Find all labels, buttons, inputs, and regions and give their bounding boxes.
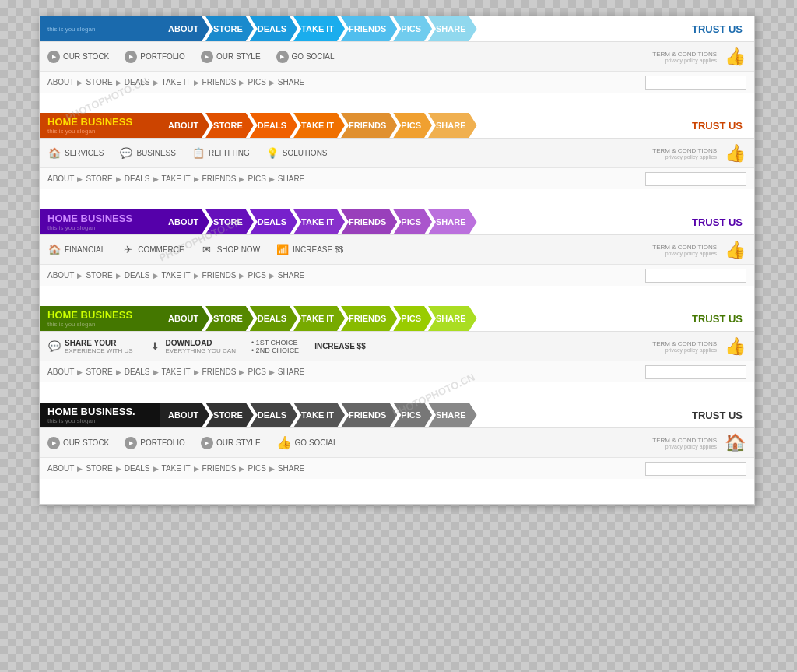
bc-store-3[interactable]: STORE	[86, 271, 112, 280]
nav-pics-1[interactable]: PICS	[393, 16, 432, 41]
sec-item-4-2[interactable]: ⬇ DOWNLOAD everything you can	[149, 339, 236, 354]
bc-deals-4[interactable]: DEALS	[125, 368, 150, 376]
bc-store-1[interactable]: STORE	[86, 78, 112, 86]
sec-item-4-4[interactable]: INCREASE $$	[314, 342, 366, 350]
nav-deals-3[interactable]: DEALS	[250, 209, 297, 234]
sec-item-3-4[interactable]: 📶 INCREASE $$	[276, 243, 343, 257]
bc-pics-5[interactable]: PICS	[248, 464, 265, 473]
sec-item-3-1[interactable]: 🏠 FINANCIAL	[47, 243, 105, 257]
nav-store-1[interactable]: STORE	[205, 16, 254, 41]
bc-about-1[interactable]: ABOUT	[47, 78, 74, 86]
sec-item-3[interactable]: ▶ OUR STYLE	[201, 51, 261, 63]
bc-about-3[interactable]: ABOUT	[47, 271, 74, 280]
sec-item-5-1[interactable]: ▶ OUR STOCK	[47, 437, 109, 449]
bc-share-2[interactable]: SHARE	[278, 174, 304, 183]
bc-about-5[interactable]: ABOUT	[47, 464, 74, 473]
bc-deals-1[interactable]: DEALS	[125, 78, 150, 86]
navbar-section-4: HOME BUSINESS this is you slogan ABOUT S…	[40, 306, 754, 382]
bc-store-2[interactable]: STORE	[86, 174, 112, 183]
sec-item-5-2[interactable]: ▶ PORTFOLIO	[125, 437, 185, 449]
bc-share-3[interactable]: SHARE	[278, 271, 304, 280]
nav-friends-3[interactable]: FRIENDS	[341, 209, 397, 234]
nav-items-3: ABOUT STORE DEALS TAKE IT FRIENDS PICS S…	[160, 209, 680, 234]
nav-deals-1[interactable]: DEALS	[250, 16, 297, 41]
nav-friends-5[interactable]: FRIENDS	[341, 403, 397, 427]
bc-pics-2[interactable]: PICS	[248, 174, 265, 183]
bc-takeit-4[interactable]: TAKE IT	[162, 368, 191, 376]
bc-share-1[interactable]: SHARE	[278, 78, 304, 86]
bc-pics-3[interactable]: PICS	[248, 271, 265, 280]
nav-pics-2[interactable]: PICS	[393, 113, 432, 138]
sec-item-1[interactable]: ▶ OUR STOCK	[47, 51, 109, 63]
nav-store-3[interactable]: STORE	[205, 209, 254, 234]
bc-deals-3[interactable]: DEALS	[125, 271, 150, 280]
nav-share-3[interactable]: SHARE	[428, 209, 477, 234]
nav-share-1[interactable]: SHARE	[428, 16, 477, 41]
sec-item-2[interactable]: ▶ PORTFOLIO	[125, 51, 185, 63]
nav-friends-2[interactable]: FRIENDS	[341, 113, 397, 138]
nav-takeit-4[interactable]: TAKE IT	[293, 306, 345, 331]
sec-item-3-3[interactable]: ✉ SHOP NOW	[200, 243, 260, 257]
breadcrumb-2: ABOUT ▶ STORE ▶ DEALS ▶ TAKE IT ▶ FRIEND…	[40, 167, 754, 189]
search-box-1[interactable]	[645, 76, 746, 90]
nav-about-1[interactable]: ABOUT	[160, 16, 209, 41]
nav-share-2[interactable]: SHARE	[428, 113, 477, 138]
sec-item-5-4[interactable]: 👍 GO SOCIAL	[276, 435, 338, 450]
bc-friends-1[interactable]: FRIENDS	[202, 78, 237, 86]
nav-pics-5[interactable]: PICS	[393, 403, 432, 427]
search-box-3[interactable]	[645, 269, 746, 283]
nav-about-4[interactable]: ABOUT	[160, 306, 209, 331]
nav-deals-5[interactable]: DEALS	[250, 403, 297, 427]
nav-share-5[interactable]: SHARE	[428, 403, 477, 427]
bc-friends-5[interactable]: FRIENDS	[202, 464, 237, 473]
nav-friends-4[interactable]: FRIENDS	[341, 306, 397, 331]
sec-item-2-3[interactable]: 📋 REFITTING	[191, 146, 250, 160]
bc-store-4[interactable]: STORE	[86, 368, 112, 376]
search-box-4[interactable]	[645, 365, 746, 379]
nav-store-4[interactable]: STORE	[205, 306, 254, 331]
sec-item-5-3[interactable]: ▶ OUR STYLE	[201, 437, 261, 449]
bc-takeit-2[interactable]: TAKE IT	[162, 174, 191, 183]
nav-takeit-2[interactable]: TAKE IT	[293, 113, 345, 138]
bc-share-5[interactable]: SHARE	[278, 464, 304, 473]
nav-takeit-1[interactable]: TAKE IT	[293, 16, 345, 41]
bc-takeit-3[interactable]: TAKE IT	[162, 271, 191, 280]
bc-share-4[interactable]: SHARE	[278, 368, 304, 376]
bc-deals-5[interactable]: DEALS	[125, 464, 150, 473]
nav-deals-2[interactable]: DEALS	[250, 113, 297, 138]
search-box-5[interactable]	[645, 462, 746, 476]
nav-about-5[interactable]: ABOUT	[160, 403, 209, 427]
bc-takeit-1[interactable]: TAKE IT	[162, 78, 191, 86]
sec-item-4-1[interactable]: 💬 SHARE YOUR experience with us	[47, 339, 133, 354]
sec-label-3-4: INCREASE $$	[293, 245, 343, 254]
sec-item-4[interactable]: ▶ GO SOCIAL	[276, 51, 335, 63]
bc-about-4[interactable]: ABOUT	[47, 368, 74, 376]
bc-store-5[interactable]: STORE	[86, 464, 112, 473]
nav-about-2[interactable]: ABOUT	[160, 113, 209, 138]
nav-about-3[interactable]: ABOUT	[160, 209, 209, 234]
nav-deals-4[interactable]: DEALS	[250, 306, 297, 331]
bc-friends-4[interactable]: FRIENDS	[202, 368, 237, 376]
nav-pics-3[interactable]: PICS	[393, 209, 432, 234]
sec-item-2-1[interactable]: 🏠 SERVICES	[47, 146, 104, 160]
bc-about-2[interactable]: ABOUT	[47, 174, 74, 183]
nav-share-4[interactable]: SHARE	[428, 306, 477, 331]
sec-item-2-2[interactable]: 💬 BUSINESS	[119, 146, 176, 160]
sec-item-2-4[interactable]: 💡 SOLUTIONS	[265, 146, 328, 160]
nav-store-2[interactable]: STORE	[205, 113, 254, 138]
bc-friends-2[interactable]: FRIENDS	[202, 174, 237, 183]
sec-item-3-2[interactable]: ✈ COMMERCE	[121, 243, 184, 257]
nav-pics-4[interactable]: PICS	[393, 306, 432, 331]
nav-store-5[interactable]: STORE	[205, 403, 254, 427]
nav-friends-1[interactable]: FRIENDS	[341, 16, 397, 41]
search-box-2[interactable]	[645, 172, 746, 186]
bc-pics-1[interactable]: PICS	[248, 78, 265, 86]
bc-deals-2[interactable]: DEALS	[125, 174, 150, 183]
bc-takeit-5[interactable]: TAKE IT	[162, 464, 191, 473]
sec-item-4-3[interactable]: • 1st Choice • 2nd Choice	[251, 339, 299, 354]
nav-takeit-3[interactable]: TAKE IT	[293, 209, 345, 234]
sec-sublabel-4-1: experience with us	[65, 347, 133, 354]
bc-friends-3[interactable]: FRIENDS	[202, 271, 237, 280]
nav-takeit-5[interactable]: TAKE IT	[293, 403, 345, 427]
bc-pics-4[interactable]: PICS	[248, 368, 265, 376]
